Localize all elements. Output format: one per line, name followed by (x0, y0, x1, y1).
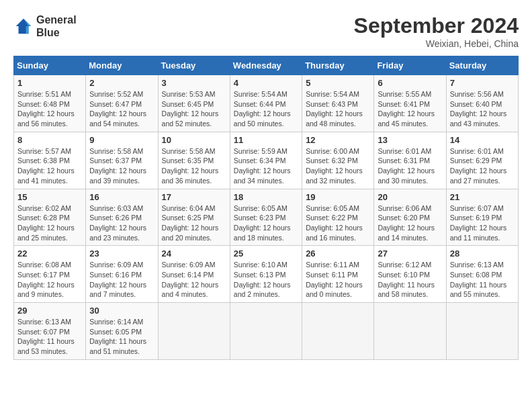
day-cell-13: 13Sunrise: 6:01 AMSunset: 6:31 PMDayligh… (374, 132, 446, 189)
day-cell-15: 15Sunrise: 6:02 AMSunset: 6:28 PMDayligh… (14, 189, 86, 246)
week-row-3: 15Sunrise: 6:02 AMSunset: 6:28 PMDayligh… (14, 189, 519, 246)
day-cell-1: 1Sunrise: 5:51 AMSunset: 6:48 PMDaylight… (14, 75, 86, 132)
day-number: 6 (378, 78, 442, 88)
day-info: Sunrise: 6:12 AMSunset: 6:10 PMDaylight:… (378, 260, 442, 300)
week-row-5: 29Sunrise: 6:13 AMSunset: 6:07 PMDayligh… (14, 303, 519, 360)
day-cell-23: 23Sunrise: 6:09 AMSunset: 6:16 PMDayligh… (86, 246, 158, 303)
day-number: 3 (162, 78, 226, 88)
day-info: Sunrise: 5:58 AMSunset: 6:37 PMDaylight:… (89, 146, 154, 186)
day-info: Sunrise: 6:09 AMSunset: 6:14 PMDaylight:… (162, 260, 226, 300)
day-number: 13 (378, 135, 442, 145)
day-info: Sunrise: 5:54 AMSunset: 6:44 PMDaylight:… (234, 89, 298, 129)
day-info: Sunrise: 5:54 AMSunset: 6:43 PMDaylight:… (306, 89, 370, 129)
day-cell-24: 24Sunrise: 6:09 AMSunset: 6:14 PMDayligh… (158, 246, 230, 303)
day-number: 19 (306, 192, 370, 202)
day-cell-6: 6Sunrise: 5:55 AMSunset: 6:41 PMDaylight… (374, 75, 446, 132)
day-info: Sunrise: 6:04 AMSunset: 6:25 PMDaylight:… (162, 203, 226, 243)
day-cell-25: 25Sunrise: 6:10 AMSunset: 6:13 PMDayligh… (230, 246, 302, 303)
day-info: Sunrise: 6:09 AMSunset: 6:16 PMDaylight:… (89, 260, 154, 300)
page-header: General Blue September 2024 Weixian, Heb… (13, 13, 519, 49)
day-number: 8 (17, 135, 82, 145)
day-header-thursday: Thursday (302, 56, 374, 75)
day-info: Sunrise: 5:58 AMSunset: 6:35 PMDaylight:… (162, 146, 226, 186)
day-cell-22: 22Sunrise: 6:08 AMSunset: 6:17 PMDayligh… (14, 246, 86, 303)
day-info: Sunrise: 6:03 AMSunset: 6:26 PMDaylight:… (89, 203, 154, 243)
day-info: Sunrise: 5:59 AMSunset: 6:34 PMDaylight:… (234, 146, 298, 186)
header-row: SundayMondayTuesdayWednesdayThursdayFrid… (14, 56, 519, 75)
logo-icon (13, 16, 34, 36)
day-number: 2 (89, 78, 154, 88)
day-info: Sunrise: 6:05 AMSunset: 6:23 PMDaylight:… (234, 203, 298, 243)
day-number: 23 (89, 248, 154, 259)
day-cell-29: 29Sunrise: 6:13 AMSunset: 6:07 PMDayligh… (14, 303, 86, 360)
day-info: Sunrise: 6:05 AMSunset: 6:22 PMDaylight:… (306, 203, 370, 243)
day-info: Sunrise: 5:53 AMSunset: 6:45 PMDaylight:… (162, 89, 226, 129)
location: Weixian, Hebei, China (354, 38, 519, 49)
day-cell-9: 9Sunrise: 5:58 AMSunset: 6:37 PMDaylight… (86, 132, 158, 189)
day-header-monday: Monday (86, 56, 158, 75)
day-cell-3: 3Sunrise: 5:53 AMSunset: 6:45 PMDaylight… (158, 75, 230, 132)
day-header-wednesday: Wednesday (230, 56, 302, 75)
day-info: Sunrise: 6:13 AMSunset: 6:08 PMDaylight:… (450, 260, 515, 300)
day-info: Sunrise: 6:08 AMSunset: 6:17 PMDaylight:… (17, 260, 82, 300)
day-header-tuesday: Tuesday (158, 56, 230, 75)
day-number: 27 (378, 248, 442, 259)
day-number: 21 (450, 192, 515, 202)
day-cell-27: 27Sunrise: 6:12 AMSunset: 6:10 PMDayligh… (374, 246, 446, 303)
day-cell-10: 10Sunrise: 5:58 AMSunset: 6:35 PMDayligh… (158, 132, 230, 189)
title-block: September 2024 Weixian, Hebei, China (354, 13, 519, 49)
day-cell-14: 14Sunrise: 6:01 AMSunset: 6:29 PMDayligh… (446, 132, 518, 189)
day-info: Sunrise: 6:00 AMSunset: 6:32 PMDaylight:… (306, 146, 370, 186)
day-info: Sunrise: 6:11 AMSunset: 6:11 PMDaylight:… (306, 260, 370, 300)
day-number: 11 (234, 135, 298, 145)
day-cell-18: 18Sunrise: 6:05 AMSunset: 6:23 PMDayligh… (230, 189, 302, 246)
day-number: 22 (17, 248, 82, 259)
day-info: Sunrise: 6:13 AMSunset: 6:07 PMDaylight:… (17, 317, 82, 357)
day-info: Sunrise: 5:51 AMSunset: 6:48 PMDaylight:… (17, 89, 82, 129)
day-cell-21: 21Sunrise: 6:07 AMSunset: 6:19 PMDayligh… (446, 189, 518, 246)
day-number: 12 (306, 135, 370, 145)
day-cell-2: 2Sunrise: 5:52 AMSunset: 6:47 PMDaylight… (86, 75, 158, 132)
calendar-table: SundayMondayTuesdayWednesdayThursdayFrid… (13, 56, 519, 360)
day-number: 24 (162, 248, 226, 259)
logo: General Blue (13, 13, 77, 39)
empty-cell (230, 303, 302, 360)
day-cell-7: 7Sunrise: 5:56 AMSunset: 6:40 PMDaylight… (446, 75, 518, 132)
day-header-sunday: Sunday (14, 56, 86, 75)
day-cell-8: 8Sunrise: 5:57 AMSunset: 6:38 PMDaylight… (14, 132, 86, 189)
day-number: 7 (450, 78, 515, 88)
day-cell-11: 11Sunrise: 5:59 AMSunset: 6:34 PMDayligh… (230, 132, 302, 189)
day-cell-26: 26Sunrise: 6:11 AMSunset: 6:11 PMDayligh… (302, 246, 374, 303)
day-number: 25 (234, 248, 298, 259)
day-cell-4: 4Sunrise: 5:54 AMSunset: 6:44 PMDaylight… (230, 75, 302, 132)
day-header-saturday: Saturday (446, 56, 518, 75)
day-cell-30: 30Sunrise: 6:14 AMSunset: 6:05 PMDayligh… (86, 303, 158, 360)
week-row-1: 1Sunrise: 5:51 AMSunset: 6:48 PMDaylight… (14, 75, 519, 132)
week-row-2: 8Sunrise: 5:57 AMSunset: 6:38 PMDaylight… (14, 132, 519, 189)
empty-cell (446, 303, 518, 360)
day-number: 30 (89, 306, 154, 316)
week-row-4: 22Sunrise: 6:08 AMSunset: 6:17 PMDayligh… (14, 246, 519, 303)
day-info: Sunrise: 5:55 AMSunset: 6:41 PMDaylight:… (378, 89, 442, 129)
day-header-friday: Friday (374, 56, 446, 75)
month-title: September 2024 (354, 13, 519, 38)
day-number: 18 (234, 192, 298, 202)
day-number: 4 (234, 78, 298, 88)
day-number: 15 (17, 192, 82, 202)
day-info: Sunrise: 5:52 AMSunset: 6:47 PMDaylight:… (89, 89, 154, 129)
day-info: Sunrise: 6:10 AMSunset: 6:13 PMDaylight:… (234, 260, 298, 300)
day-number: 20 (378, 192, 442, 202)
day-cell-16: 16Sunrise: 6:03 AMSunset: 6:26 PMDayligh… (86, 189, 158, 246)
day-cell-20: 20Sunrise: 6:06 AMSunset: 6:20 PMDayligh… (374, 189, 446, 246)
day-number: 14 (450, 135, 515, 145)
logo-text: General Blue (36, 13, 77, 39)
day-number: 17 (162, 192, 226, 202)
day-number: 28 (450, 248, 515, 259)
day-info: Sunrise: 5:56 AMSunset: 6:40 PMDaylight:… (450, 89, 515, 129)
day-number: 26 (306, 248, 370, 259)
day-info: Sunrise: 6:06 AMSunset: 6:20 PMDaylight:… (378, 203, 442, 243)
day-info: Sunrise: 6:01 AMSunset: 6:31 PMDaylight:… (378, 146, 442, 186)
day-number: 16 (89, 192, 154, 202)
day-cell-28: 28Sunrise: 6:13 AMSunset: 6:08 PMDayligh… (446, 246, 518, 303)
day-cell-17: 17Sunrise: 6:04 AMSunset: 6:25 PMDayligh… (158, 189, 230, 246)
